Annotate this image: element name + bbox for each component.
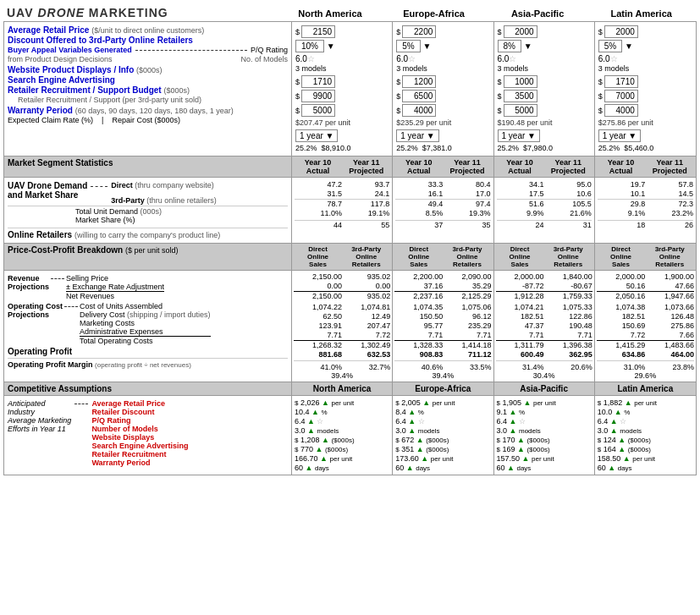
website-label: Website Product Displays / Info xyxy=(8,65,134,74)
la-price-input[interactable]: 2000 xyxy=(604,25,638,38)
search-label: Search Engine Advertising xyxy=(8,75,115,85)
market-ap: 34.1 95.0 17.5 10.6 51.6 105.5 9.9% 21.6… xyxy=(494,178,595,243)
market-left: UAV Drone Demand and Market Share Direct… xyxy=(4,178,292,243)
la-retailer-input[interactable]: 4000 xyxy=(604,104,638,117)
na-discount-dropdown[interactable]: 10% xyxy=(295,40,324,52)
na-website-input[interactable]: 1710 xyxy=(301,75,335,88)
market-la: 19.7 57.8 10.1 14.5 29.8 72.3 9.1% 23.2%… xyxy=(595,178,696,243)
ea-retailer-input[interactable]: 4000 xyxy=(402,104,436,117)
ea-per-unit: $235.29 per unit xyxy=(396,118,489,127)
ap-per-unit: $190.48 per unit xyxy=(498,118,591,127)
pq-label: P/Q Rating xyxy=(251,46,288,54)
la-website-input[interactable]: 1710 xyxy=(604,75,638,88)
ea-claim-repair: 25.2% $7,381.0 xyxy=(396,144,489,152)
region-header-na: North America xyxy=(278,8,383,19)
pcp-la: 2,000.00 1,900.00 50.16 47.66 2,050.16 1… xyxy=(595,271,696,382)
na-retailer-input[interactable]: 5000 xyxy=(301,104,335,117)
ap-y10-header: Year 10Actual xyxy=(496,158,544,175)
comp-ap: $ 1,905 ▲ per unit 9.1 ▲ % 6.4 ▲ ☆ 3.0 ▲… xyxy=(494,396,595,475)
pcp-na: 2,150.00 935.02 0.00 0.00 2,150.00 935.0… xyxy=(292,271,393,382)
from-design-label: from Product Design Decisions xyxy=(8,55,113,63)
ap-y11-header: Year 11Projected xyxy=(544,158,593,175)
website-sub: ($000s) xyxy=(136,66,163,74)
na-models: 3 models xyxy=(295,64,389,73)
ap-retailer-input[interactable]: 5000 xyxy=(504,104,537,117)
ea-price-input[interactable]: 2200 xyxy=(402,25,436,38)
warranty-label: Warranty Period xyxy=(8,106,73,115)
market-section-title: Market Segment Statistics xyxy=(4,156,292,177)
ap-price-input[interactable]: 2000 xyxy=(504,25,537,38)
ea-website-input[interactable]: 1200 xyxy=(402,75,436,88)
na-pq-val: 6.0 xyxy=(295,54,307,63)
top-region-la: $ 2000 5% ▼ 6.0☆ 3 models $ 1710 $ 7000 … xyxy=(595,22,696,156)
la-per-unit: $275.86 per unit xyxy=(598,118,692,127)
main-container: UAV Drone Marketing North America Europe… xyxy=(0,0,700,479)
avg-price-label: Average Retail Price xyxy=(8,25,89,35)
na-y11-header: Year 11Projected xyxy=(342,158,390,175)
pcp-ea: 2,200.00 2,090.00 37.16 35.29 2,237.16 2… xyxy=(393,271,493,382)
ap-warranty-dropdown[interactable]: 1 year ▼ xyxy=(498,129,540,142)
na-y10-header: Year 10Actual xyxy=(294,158,342,175)
ap-discount-dropdown[interactable]: 8% xyxy=(498,40,521,52)
top-region-ap: $ 2000 8% ▼ 6.0☆ 3 models $ 1000 $ 3500 … xyxy=(494,22,595,156)
na-per-unit: $207.47 per unit xyxy=(295,118,389,127)
comp-la: $ 1,882 ▲ per unit 10.0 ▲ % 6.4 ▲ ☆ 3.0 … xyxy=(595,396,696,475)
comp-na: $ 2,026 ▲ per unit 10.4 ▲ % 6.4 ▲ ☆ 3.0 … xyxy=(292,396,393,475)
retailer-budget-label: Retailer Recruitment / Support Budget xyxy=(8,85,162,95)
avg-price-sub: ($/unit to direct online customers) xyxy=(91,26,204,35)
top-region-na: $ 2150 10% ▼ 6.0☆ 3 models $ 1710 $ 9900… xyxy=(292,22,393,156)
la-search-input[interactable]: 7000 xyxy=(604,90,638,102)
na-search-input[interactable]: 9900 xyxy=(301,90,335,102)
na-third-header: 3rd-PartyOnlineRetailers xyxy=(342,245,390,268)
la-warranty-dropdown[interactable]: 1 year ▼ xyxy=(598,129,641,142)
comp-section-title: Competitive Assumptions xyxy=(4,382,292,395)
ea-models: 3 models xyxy=(396,64,489,73)
la-discount-dropdown[interactable]: 5% xyxy=(598,40,622,52)
ea-warranty-dropdown[interactable]: 1 year ▼ xyxy=(396,129,438,142)
op-profit-label: Operating Profit xyxy=(8,347,288,356)
comp-ea: $ 2,005 ▲ per unit 8.4 ▲ % 6.4 ▲ ☆ 3.0 ▲… xyxy=(393,396,493,475)
market-ea: 33.3 80.4 16.1 17.0 49.4 97.4 8.5% 19.3%… xyxy=(393,178,493,243)
expected-claim-label: Expected Claim Rate (%) xyxy=(8,116,93,124)
la-y10-header: Year 10Actual xyxy=(597,158,646,175)
ap-models: 3 models xyxy=(498,64,591,73)
region-header-ea: Europe-Africa xyxy=(382,8,486,19)
la-models: 3 models xyxy=(598,64,692,73)
pcp-left: Revenue Projections Selling Price ± Exch… xyxy=(4,271,292,382)
ap-pq-val: 6.0 xyxy=(498,54,510,63)
comp-left: Anticipated Industry Average Marketing E… xyxy=(4,396,292,475)
per-unit-label: (per 3rd-party unit sold) xyxy=(123,96,202,104)
ea-discount-dropdown[interactable]: 5% xyxy=(396,40,420,52)
ea-y10-header: Year 10Actual xyxy=(394,158,443,175)
na-claim-repair: 25.2% $8,910.0 xyxy=(295,144,389,152)
ap-website-input[interactable]: 1000 xyxy=(504,75,537,88)
ea-pq-val: 6.0 xyxy=(396,54,408,63)
region-header-ap: Asia-Pacific xyxy=(486,8,590,19)
na-warranty-dropdown[interactable]: 1 year ▼ xyxy=(295,129,338,142)
top-left-labels: Average Retail Price ($/unit to direct o… xyxy=(4,22,292,156)
ap-search-input[interactable]: 3500 xyxy=(504,90,537,102)
na-price-input[interactable]: 2150 xyxy=(301,25,335,38)
no-models-label: No. of Models xyxy=(240,55,288,63)
buyer-appeal-label: Buyer Appeal Variables Generated xyxy=(8,46,132,54)
top-region-ea: $ 2200 5% ▼ 6.0☆ 3 models $ 1200 $ 6500 … xyxy=(393,22,493,156)
retailer-sub: ($000s) xyxy=(163,86,190,95)
na-direct-header: DirectOnlineSales xyxy=(294,245,342,268)
la-claim-repair: 25.2% $5,460.0 xyxy=(598,144,692,152)
region-header-la: Latin America xyxy=(589,8,693,19)
la-y11-header: Year 11Projected xyxy=(645,158,694,175)
market-na: 47.2 93.7 31.5 24.1 78.7 117.8 11.0% 19.… xyxy=(292,178,393,243)
pcp-ap: 2,000.00 1,840.00 -87.72 -80.67 1,912.28… xyxy=(494,271,595,382)
ea-y11-header: Year 11Projected xyxy=(443,158,491,175)
retailer-support-label: Retailer Recruitment / Support xyxy=(18,96,120,104)
la-pq-val: 6.0 xyxy=(598,54,610,63)
pcp-section-title: Price-Cost-Profit Breakdown ($ per unit … xyxy=(4,244,292,270)
repair-cost-label: Repair Cost ($000s) xyxy=(112,116,180,124)
warranty-sub: (60 days, 90 days, 120 days, 180 days, 1… xyxy=(75,107,234,115)
ea-search-input[interactable]: 6500 xyxy=(402,90,436,102)
ap-claim-repair: 25.2% $7,980.0 xyxy=(498,144,591,152)
discount-label: Discount Offered to 3rd-Party Online Ret… xyxy=(8,36,193,45)
page-title: UAV Drone Marketing xyxy=(7,6,168,19)
